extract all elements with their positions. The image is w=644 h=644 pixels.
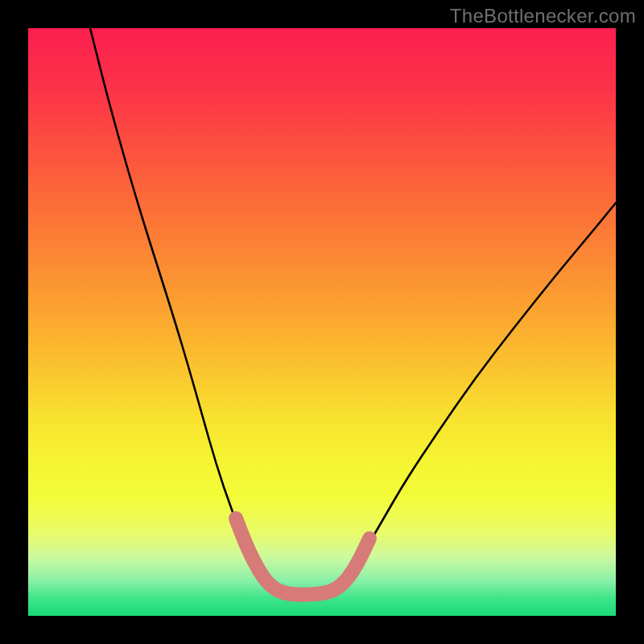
chart-svg: [28, 28, 616, 616]
chart-frame: TheBottlenecker.com: [0, 0, 644, 644]
plot-area: [28, 28, 616, 616]
watermark-text: TheBottlenecker.com: [450, 5, 636, 27]
gradient-background: [28, 28, 616, 616]
